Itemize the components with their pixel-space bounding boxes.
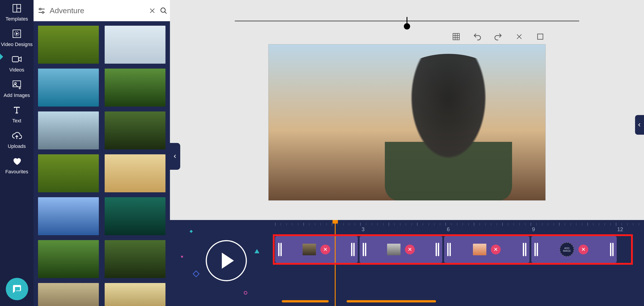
undo-button[interactable]: [472, 31, 482, 42]
timeline-clip[interactable]: ✕: [444, 236, 530, 263]
search-input[interactable]: [50, 6, 145, 15]
videos-icon: [11, 54, 22, 65]
video-thumbnail[interactable]: [38, 111, 99, 149]
clip-thumbnail: [387, 244, 400, 255]
video-thumbnail[interactable]: [105, 69, 166, 107]
clip-trim-right[interactable]: [523, 243, 526, 256]
ruler-label: 12: [617, 226, 623, 233]
svg-line-19: [164, 11, 166, 14]
sidebar-item-add-images[interactable]: Add Images: [0, 79, 34, 98]
svg-point-13: [39, 8, 41, 10]
search-bar: [34, 0, 170, 21]
ruler-label: 6: [447, 226, 450, 233]
uploads-icon: [11, 130, 22, 141]
video-thumbnail[interactable]: [38, 26, 99, 64]
svg-rect-6: [12, 56, 18, 62]
ruler-label: 3: [362, 226, 364, 233]
clip-trim-right[interactable]: [436, 243, 439, 256]
ruler-label: 9: [532, 226, 535, 233]
clip-trim-right[interactable]: [351, 243, 355, 256]
video-thumbnail[interactable]: [38, 197, 99, 235]
svg-point-15: [42, 11, 44, 13]
sidebar-item-favourites[interactable]: Favourites: [0, 155, 34, 175]
zoom-slider[interactable]: [170, 8, 644, 9]
video-thumbnail[interactable]: [105, 154, 166, 192]
collapse-panel-button[interactable]: [170, 143, 180, 170]
sidebar: Templates Video Designs Videos Add Image…: [0, 0, 34, 306]
video-thumbnail[interactable]: [105, 111, 166, 149]
clear-search-icon[interactable]: [149, 6, 156, 15]
main-area: 36912 ✕✕✕ADD IMAGE✕: [170, 0, 644, 306]
video-thumbnail[interactable]: [105, 197, 166, 235]
clip-trim-right[interactable]: [610, 243, 614, 256]
play-button[interactable]: [206, 240, 247, 281]
video-thumbnail[interactable]: [105, 26, 166, 64]
clip-thumbnail: [302, 244, 316, 255]
fullscreen-button[interactable]: [535, 31, 546, 42]
filter-icon[interactable]: [38, 6, 46, 15]
clip-thumbnail: [473, 244, 486, 255]
sidebar-item-label: Videos: [10, 67, 24, 73]
search-icon[interactable]: [160, 6, 168, 15]
sidebar-item-label: Video Designs: [1, 41, 32, 47]
delete-clip-button[interactable]: ✕: [491, 245, 501, 254]
sidebar-item-templates[interactable]: Templates: [0, 3, 34, 22]
play-icon: [222, 253, 234, 269]
sidebar-item-videos[interactable]: Videos: [0, 54, 34, 73]
video-library-panel: [34, 0, 170, 306]
sidebar-item-text[interactable]: Text: [0, 104, 34, 124]
close-button[interactable]: [514, 31, 524, 42]
timeline-clip[interactable]: ADD IMAGE✕: [531, 236, 617, 263]
add-images-icon: [11, 79, 22, 90]
sidebar-item-label: Add Images: [4, 92, 30, 98]
sidebar-item-label: Templates: [6, 16, 28, 22]
svg-point-9: [14, 82, 16, 84]
video-thumbnail[interactable]: [38, 283, 99, 306]
sidebar-item-label: Uploads: [8, 143, 26, 149]
text-icon: [11, 104, 22, 116]
svg-marker-5: [16, 33, 18, 35]
video-thumbnail[interactable]: [105, 283, 166, 306]
sidebar-item-video-designs[interactable]: Video Designs: [0, 28, 34, 47]
video-designs-icon: [11, 28, 22, 39]
canvas-toolbar: [451, 31, 546, 42]
playhead[interactable]: [335, 220, 336, 306]
video-thumbnail[interactable]: [38, 240, 99, 278]
sidebar-item-label: Text: [12, 118, 21, 124]
templates-icon: [11, 3, 22, 14]
timeline-clip[interactable]: ✕: [275, 236, 358, 263]
clip-trim-left[interactable]: [278, 243, 282, 256]
timeline: 36912 ✕✕✕ADD IMAGE✕: [170, 220, 644, 306]
clip-trim-left[interactable]: [534, 243, 538, 256]
delete-clip-button[interactable]: ✕: [578, 245, 588, 254]
chat-fab[interactable]: [6, 278, 28, 300]
redo-button[interactable]: [493, 31, 504, 42]
add-media-placeholder[interactable]: ADD IMAGE: [560, 242, 574, 257]
canvas-area: [170, 0, 644, 220]
clip-row: ✕✕✕ADD IMAGE✕: [275, 236, 640, 263]
audio-segment[interactable]: [346, 300, 436, 303]
clip-trim-left[interactable]: [447, 243, 451, 256]
delete-clip-button[interactable]: ✕: [320, 245, 330, 254]
zoom-handle[interactable]: [404, 17, 410, 29]
clip-trim-left[interactable]: [363, 243, 366, 256]
sidebar-item-uploads[interactable]: Uploads: [0, 130, 34, 149]
video-thumbnail[interactable]: [38, 154, 99, 192]
favourites-icon: [11, 155, 22, 167]
expand-right-panel-button[interactable]: [635, 115, 644, 135]
video-thumbnail[interactable]: [105, 240, 166, 278]
search-results-grid: [34, 21, 170, 306]
grid-button[interactable]: [451, 31, 462, 42]
audio-segment[interactable]: [282, 300, 329, 303]
svg-point-18: [161, 8, 165, 12]
sidebar-item-label: Favourites: [5, 169, 28, 175]
svg-rect-27: [538, 34, 543, 39]
svg-rect-20: [453, 33, 460, 40]
svg-marker-7: [18, 57, 21, 61]
preview-frame[interactable]: [268, 44, 546, 201]
delete-clip-button[interactable]: ✕: [405, 245, 415, 254]
timeline-clip[interactable]: ✕: [360, 236, 442, 263]
timeline-ruler[interactable]: 36912: [275, 220, 644, 232]
video-thumbnail[interactable]: [38, 69, 99, 107]
preview-content: [385, 54, 512, 200]
